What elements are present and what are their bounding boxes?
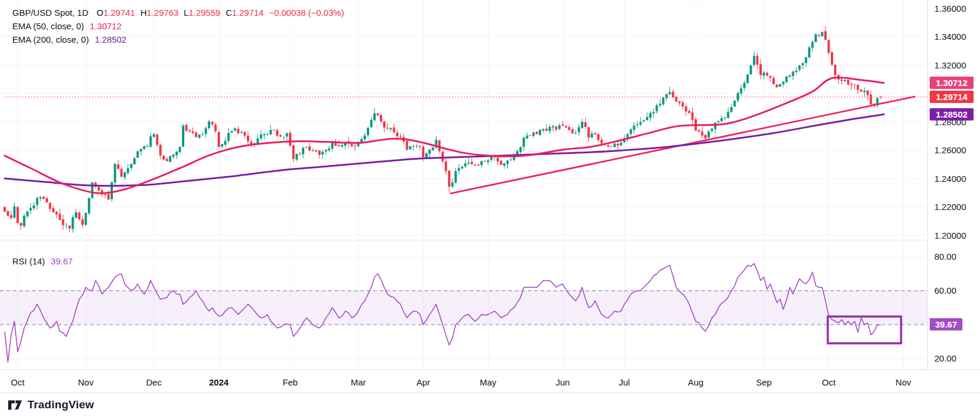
time-axis-label-jun: Jun (556, 377, 570, 387)
price-tick-label: 1.34000 (934, 32, 966, 42)
rsi-value-badge: 39.67 (930, 318, 962, 331)
time-axis-label-may: May (480, 377, 496, 387)
price-tick-label: 1.36000 (934, 4, 966, 13)
down-candle-bodies (4, 31, 882, 228)
symbol-title: GBP/USD Spot, 1D (12, 8, 88, 18)
change-value: −0.00038 (−0.03%) (269, 8, 344, 18)
ema50-line (5, 77, 884, 193)
price-tick-label: 1.22000 (934, 202, 966, 212)
price-tick-label: 1.32000 (934, 60, 966, 70)
last-price-badge: 1.29714 (930, 91, 974, 103)
price-tick-label: 1.26000 (934, 145, 966, 155)
time-axis-label-nov: Nov (896, 377, 912, 387)
time-axis-label-dec: Dec (146, 377, 162, 387)
brand-name: TradingView (27, 398, 94, 411)
time-axis-label-feb: Feb (283, 377, 298, 387)
time-axis-label-jul: Jul (619, 377, 630, 387)
time-axis-label-oct: Oct (11, 377, 25, 387)
ema50-badge: 1.30712 (930, 77, 974, 89)
rsi-band-fill (0, 291, 927, 325)
tradingview-logo-icon (8, 400, 22, 410)
ohlc-high: H1.29763 (140, 8, 178, 18)
ohlc-open: O1.29741 (97, 8, 135, 18)
rsi-tick-label: 20.00 (934, 353, 957, 363)
ema200-value: 1.28502 (95, 35, 126, 44)
rsi-value: 39.67 (51, 256, 73, 266)
time-axis-label-aug: Aug (688, 377, 704, 387)
time-axis-scale[interactable]: OctNovDec2024FebMarAprMayJunJulAugSepOct… (0, 369, 980, 393)
time-axis-label-oct: Oct (822, 377, 835, 387)
ema200-label: EMA (200, close, 0) (12, 35, 89, 44)
rsi-legend-row[interactable]: RSI (14) 39.67 (12, 256, 73, 266)
legend-ema200-row[interactable]: EMA (200, close, 0) 1.28502 (12, 33, 349, 46)
rsi-pane[interactable] (0, 240, 927, 369)
ohlc-low: L1.29559 (184, 8, 221, 18)
price-tick-label: 1.24000 (934, 174, 966, 184)
down-candle-wicks (5, 26, 881, 232)
tradingview-chart-page: { "header": { "symbol_title": "GBP/USD S… (0, 0, 980, 420)
time-axis-label-2024: 2024 (209, 377, 228, 387)
ema50-label: EMA (50, close, 0) (12, 21, 84, 31)
tradingview-attribution[interactable]: TradingView (8, 398, 94, 411)
time-axis-label-nov: Nov (78, 377, 94, 387)
chart-legend: GBP/USD Spot, 1D O1.29741 H1.29763 L1.29… (12, 6, 349, 46)
rsi-tick-label: 80.00 (934, 252, 957, 261)
legend-ema50-row[interactable]: EMA (50, close, 0) 1.30712 (12, 19, 349, 33)
price-tick-label: 1.20000 (934, 230, 966, 240)
rsi-chart-canvas[interactable] (0, 240, 927, 369)
time-axis-label-sep: Sep (756, 377, 772, 387)
ohlc-close: C1.29714 (226, 8, 264, 18)
time-axis-label-apr: Apr (417, 377, 430, 387)
rsi-label: RSI (14) (12, 256, 45, 266)
ema200-badge: 1.28502 (930, 108, 974, 121)
price-axis-scale[interactable]: 1.360001.340001.320001.300001.280001.260… (927, 0, 980, 369)
rsi-tick-label: 60.00 (934, 285, 957, 295)
legend-symbol-row[interactable]: GBP/USD Spot, 1D O1.29741 H1.29763 L1.29… (12, 6, 349, 19)
ema50-value: 1.30712 (90, 21, 122, 31)
time-axis-label-mar: Mar (350, 377, 366, 387)
